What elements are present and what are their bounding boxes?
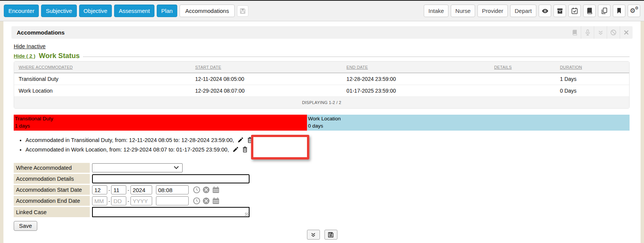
cell-end: 12-28-2024 23:59:00 [342,73,490,85]
col-details[interactable]: DETAILS [490,62,555,73]
linked-case-textarea[interactable] [92,207,250,217]
accommodation-list: Accommodated in Transitional Duty, from:… [14,136,630,155]
start-date-clear-button[interactable] [202,186,210,194]
book-icon [586,7,593,14]
panel-collapse-button[interactable] [594,26,607,39]
date-separator: - [127,187,129,193]
save-tab-button[interactable] [237,5,248,17]
col-start-date[interactable]: START DATE [191,62,342,73]
start-day-input[interactable] [111,185,126,194]
hide-inactive-link[interactable]: Hide Inactive [14,43,46,49]
tab-encounter[interactable]: Encounter [4,5,39,17]
collapse-panel-button[interactable] [307,230,320,240]
depart-button[interactable]: Depart [510,5,536,17]
panel-title: Accommodations [17,29,65,36]
calendar-check-button[interactable] [568,5,581,17]
form-label-accommodation-details: Accommodation Details [14,174,90,184]
table-header-row: WHERE ACCOMMODATED START DATE END DATE D… [14,62,629,73]
panel-close-button[interactable] [620,26,633,39]
edit-accommodation-button[interactable] [237,137,243,145]
pencil-icon [232,147,239,153]
form-label-where-accommodated: Where Accommodated [14,163,90,173]
end-date-calendar-button[interactable] [212,197,220,205]
calendar-icon [212,197,220,205]
cell-where: Work Location [14,85,191,97]
start-date-calendar-button[interactable] [212,186,220,194]
end-date-clear-button[interactable] [202,197,210,205]
provider-button[interactable]: Provider [477,5,508,17]
panel-book-button[interactable] [568,26,581,39]
cancel-icon [610,29,617,36]
chevrons-down-icon [310,232,316,238]
bookmark-icon [616,8,622,14]
calendar-check-icon [571,7,578,14]
book-icon [571,29,578,36]
save-icon [328,232,334,238]
cell-start: 12-29-2024 08:07:00 [191,85,342,97]
start-month-input[interactable] [92,185,107,194]
end-day-input[interactable] [111,196,126,205]
edit-accommodation-button[interactable] [232,147,239,155]
list-item: Accommodated in Transitional Duty, from:… [25,136,630,145]
settings-button[interactable]: ⚙⚙ [628,5,640,17]
end-time-picker-button[interactable] [193,197,200,205]
microphone-icon [585,29,591,36]
eye-icon [541,7,549,15]
close-icon [623,30,629,35]
clock-icon [193,197,200,205]
tab-assessment[interactable]: Assessment [114,5,154,17]
table-footer-row: DISPLAYING 1-2 / 2 [14,97,629,108]
date-separator: - [127,198,129,204]
end-year-input[interactable] [130,196,152,205]
end-time-input[interactable] [156,196,189,205]
panel-dictate-button[interactable] [581,26,594,39]
topbar-right-group: Intake Nurse Provider Depart [424,5,640,17]
table-row[interactable]: Transitional Duty 12-11-2024 08:05:00 12… [14,73,629,85]
start-year-input[interactable] [130,185,152,194]
tab-accommodations-current[interactable]: Accommodations [180,5,235,17]
start-time-picker-button[interactable] [193,186,200,194]
col-end-date[interactable]: END DATE [342,62,490,73]
timeline-segment-duration: 0 days [308,122,628,129]
tab-objective[interactable]: Objective [79,5,112,17]
delete-accommodation-button[interactable] [242,146,248,155]
col-where-accommodated[interactable]: WHERE ACCOMMODATED [14,62,191,73]
copy-button[interactable] [598,5,611,17]
tab-subjective[interactable]: Subjective [41,5,76,17]
cell-start: 12-11-2024 08:05:00 [191,73,342,85]
timeline-segment-transitional-duty: Transitional Duty 1 days [14,115,307,131]
section-title: Work Status [39,52,80,60]
list-item: Accommodated in Work Location, from: 12-… [25,145,630,155]
work-status-table: WHERE ACCOMMODATED START DATE END DATE D… [14,61,630,109]
intake-button[interactable]: Intake [424,5,448,17]
form-label-end-date: Accommodation End Date [14,196,90,206]
col-duration[interactable]: DURATION [555,62,629,73]
save-panel-button[interactable] [324,230,337,240]
accommodation-details-input[interactable] [92,174,250,183]
pencil-icon [237,137,243,143]
accommodation-text: Accommodated in Transitional Duty, from:… [25,137,234,143]
work-status-timeline: Transitional Duty 1 days Work Location 0… [14,115,630,131]
book-button[interactable] [583,5,596,17]
hide-count-link[interactable]: Hide ( 2 ) [14,53,35,59]
save-icon [239,8,246,14]
settings-gears-icon: ⚙⚙ [630,7,638,15]
cell-details [490,85,555,97]
end-month-input[interactable] [92,196,107,205]
timeline-segment-duration: 1 days [15,122,306,129]
nurse-button[interactable]: Nurse [451,5,475,17]
table-row[interactable]: Work Location 12-29-2024 08:07:00 01-17-… [14,85,629,97]
timeline-segment-work-location: Work Location 0 days [307,115,630,131]
archive-button[interactable] [553,5,566,17]
start-time-input[interactable] [156,185,189,194]
archive-icon [557,8,563,14]
where-accommodated-select[interactable] [92,163,183,172]
delete-accommodation-button[interactable] [247,137,253,145]
accommodations-panel-header: Accommodations [11,26,633,39]
eye-button[interactable] [539,5,551,17]
panel-cancel-button[interactable] [607,26,620,39]
tab-plan[interactable]: Plan [157,5,177,17]
work-status-legend: Hide ( 2 ) Work Status [14,52,630,60]
displaying-count: DISPLAYING 1-2 / 2 [14,97,629,108]
bookmark-button[interactable] [613,5,625,17]
